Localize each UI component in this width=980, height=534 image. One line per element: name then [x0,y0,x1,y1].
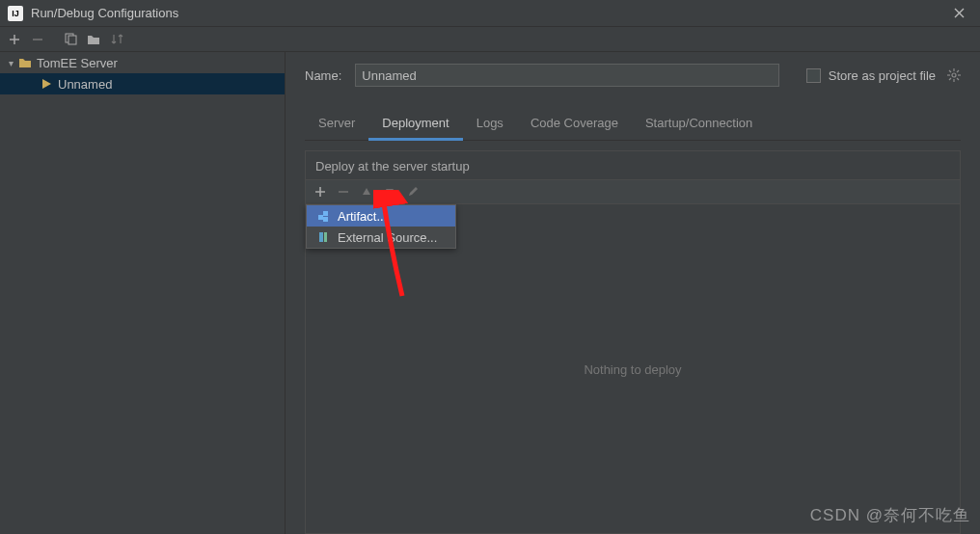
move-down-button[interactable] [381,183,398,200]
tree-node-tomee[interactable]: ▾ TomEE Server [0,52,285,73]
tab-coverage[interactable]: Code Coverage [517,108,632,140]
remove-artifact-button[interactable] [335,183,352,200]
empty-message: Nothing to deploy [306,361,960,376]
tab-server[interactable]: Server [305,108,368,140]
window-title: Run/Debug Configurations [31,6,945,20]
svg-line-9 [957,78,959,80]
app-icon: IJ [8,6,23,21]
tree-node-label: TomEE Server [37,56,118,70]
svg-marker-12 [363,188,370,195]
config-toolbar [0,27,980,52]
tab-startup[interactable]: Startup/Connection [632,108,766,140]
move-up-button[interactable] [358,183,375,200]
svg-marker-13 [386,189,394,196]
svg-marker-2 [42,79,51,89]
sort-button[interactable] [106,29,127,50]
edit-artifact-button[interactable] [404,183,422,200]
chevron-down-icon: ▾ [4,58,17,68]
deploy-list-body: Nothing to deploy [306,204,960,533]
deploy-panel: Deploy at the server startup [305,150,961,534]
svg-rect-1 [68,36,76,44]
store-label: Store as project file [829,68,936,83]
deploy-toolbar: Artifact... External Source... [306,179,960,204]
svg-line-10 [957,70,959,72]
tab-bar: Server Deployment Logs Code Coverage Sta… [305,108,961,141]
svg-line-11 [949,78,951,80]
close-button[interactable] [945,0,972,27]
titlebar: IJ Run/Debug Configurations [0,0,980,27]
gear-icon[interactable] [947,68,961,82]
copy-config-button[interactable] [60,29,81,50]
remove-config-button[interactable] [27,29,48,50]
tree-node-unnamed[interactable]: Unnamed [0,73,285,94]
deploy-panel-header: Deploy at the server startup [306,151,960,179]
tree-node-label: Unnamed [58,77,112,92]
add-config-button[interactable] [4,29,25,50]
tab-logs[interactable]: Logs [463,108,517,140]
tab-deployment[interactable]: Deployment [368,108,462,141]
run-config-icon [39,76,54,92]
name-input[interactable] [355,64,779,87]
store-checkbox[interactable] [806,68,821,83]
folder-button[interactable] [83,29,104,50]
add-artifact-button[interactable] [312,183,329,200]
config-tree[interactable]: ▾ TomEE Server Unnamed [0,52,286,534]
svg-line-8 [949,70,951,72]
folder-icon [17,55,33,70]
svg-point-3 [952,73,956,77]
name-label: Name: [305,68,341,83]
